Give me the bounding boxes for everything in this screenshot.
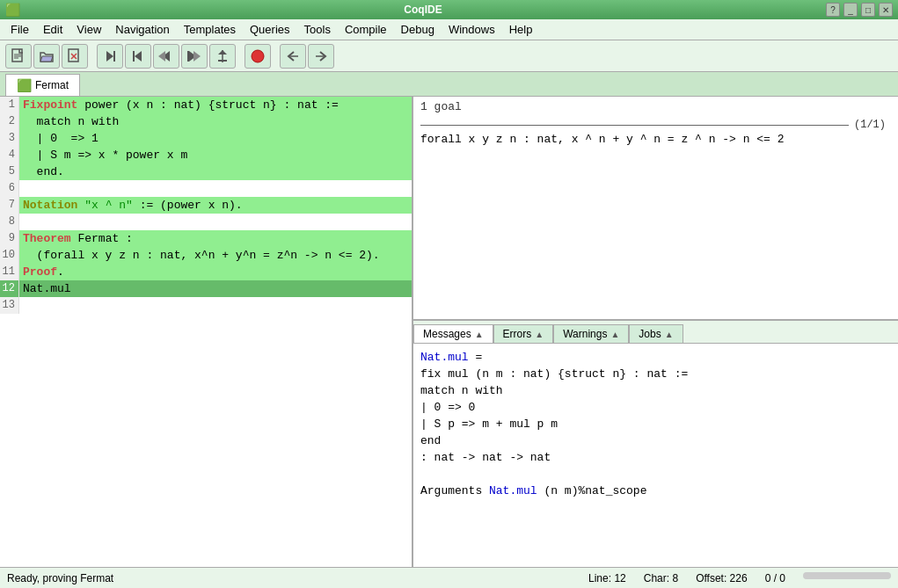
tab-warnings[interactable]: Warnings ▲ xyxy=(553,324,629,343)
jobs-expand-icon[interactable]: ▲ xyxy=(665,330,674,339)
menu-debug[interactable]: Debug xyxy=(394,21,442,38)
menu-edit[interactable]: Edit xyxy=(36,21,69,38)
svg-marker-7 xyxy=(106,51,113,62)
svg-marker-17 xyxy=(218,50,227,54)
errors-expand-icon[interactable]: ▲ xyxy=(535,330,544,339)
minimize-btn[interactable]: _ xyxy=(843,3,858,17)
status-position: Line: 12 Char: 8 Offset: 226 0 / 0 xyxy=(588,572,891,584)
code-line-3[interactable]: 3 | 0 => 1 xyxy=(0,130,412,147)
title-bar: 🟩 CoqIDE ? _ □ ✕ xyxy=(0,0,898,19)
new-file-button[interactable] xyxy=(5,44,32,69)
code-editor[interactable]: 1 Fixpoint power (x n : nat) {struct n} … xyxy=(0,97,412,567)
menu-tools[interactable]: Tools xyxy=(297,21,338,38)
line-content-4: | S m => x * power x m xyxy=(19,147,187,163)
menu-navigation[interactable]: Navigation xyxy=(108,21,176,38)
tab-fermat[interactable]: 🟩 Fermat xyxy=(5,74,80,96)
back-nav-button[interactable] xyxy=(280,44,306,69)
warnings-expand-icon[interactable]: ▲ xyxy=(610,330,619,339)
close-btn[interactable]: ✕ xyxy=(879,3,893,17)
msg-line-5: | S p => m + mul p m xyxy=(420,416,891,432)
line-number-3: 3 xyxy=(0,130,19,147)
step-forward-button[interactable] xyxy=(97,44,123,69)
code-line-9[interactable]: 9 Theorem Fermat : xyxy=(0,230,412,247)
code-line-1[interactable]: 1 Fixpoint power (x n : nat) {struct n} … xyxy=(0,97,412,113)
svg-marker-12 xyxy=(158,51,165,62)
menu-bar: File Edit View Navigation Templates Quer… xyxy=(0,19,898,40)
code-line-4[interactable]: 4 | S m => x * power x m xyxy=(0,147,412,163)
right-pane: 1 goal (1/1) forall x y z n : nat, x ^ n… xyxy=(413,97,898,567)
goal-formula: forall x y z n : nat, x ^ n + y ^ n = z … xyxy=(420,133,891,146)
line-content-1: Fixpoint power (x n : nat) {struct n} : … xyxy=(19,97,339,113)
svg-rect-0 xyxy=(12,49,22,62)
step-back-button[interactable] xyxy=(125,44,151,69)
progress-bar-track xyxy=(803,572,891,579)
to-end-button[interactable] xyxy=(181,44,208,69)
line-number-1: 1 xyxy=(0,97,19,113)
menu-templates[interactable]: Templates xyxy=(177,21,243,38)
line-number-4: 4 xyxy=(0,147,19,163)
message-pane: Messages ▲ Errors ▲ Warnings ▲ Jobs ▲ Na… xyxy=(413,321,898,567)
go-to-start-button[interactable] xyxy=(153,44,179,69)
tab-errors[interactable]: Errors ▲ xyxy=(493,324,554,343)
line-number-12: 12 xyxy=(0,280,19,297)
menu-view[interactable]: View xyxy=(69,21,108,38)
msg-line-2: fix mul (n m : nat) {struct n} : nat := xyxy=(420,366,891,382)
help-btn[interactable]: ? xyxy=(826,3,840,17)
menu-help[interactable]: Help xyxy=(502,21,540,38)
goal-divider-label: (1/1) xyxy=(849,119,891,131)
line-number-10: 10 xyxy=(0,247,19,264)
line-number-7: 7 xyxy=(0,197,19,214)
errors-tab-label: Errors xyxy=(503,328,532,340)
svg-marker-9 xyxy=(135,51,142,62)
offset-label: Offset: 226 xyxy=(696,572,748,584)
line-number-2: 2 xyxy=(0,113,19,130)
tab-icon: 🟩 xyxy=(17,78,32,92)
goal-count: 1 goal xyxy=(420,100,891,113)
msg-line-3: match n with xyxy=(420,382,891,399)
menu-queries[interactable]: Queries xyxy=(243,21,297,38)
message-tab-bar: Messages ▲ Errors ▲ Warnings ▲ Jobs ▲ xyxy=(413,321,898,344)
app-icon: 🟩 xyxy=(5,3,20,17)
maximize-btn[interactable]: □ xyxy=(861,3,875,17)
status-bar: Ready, proving Fermat Line: 12 Char: 8 O… xyxy=(0,567,898,588)
code-line-12[interactable]: 12 Nat.mul xyxy=(0,280,412,297)
status-text: Ready, proving Fermat xyxy=(7,572,113,584)
progress-indicator: 0 / 0 xyxy=(765,572,785,584)
editor-pane[interactable]: 1 Fixpoint power (x n : nat) {struct n} … xyxy=(0,97,413,567)
code-line-5[interactable]: 5 end. xyxy=(0,163,412,180)
char-label: Char: 8 xyxy=(644,572,678,584)
to-cursor-button[interactable] xyxy=(209,44,236,69)
msg-line-1: Nat.mul = xyxy=(420,349,891,366)
tab-messages[interactable]: Messages ▲ xyxy=(413,324,493,343)
jobs-tab-label: Jobs xyxy=(639,328,661,340)
line-number-9: 9 xyxy=(0,230,19,247)
code-line-10[interactable]: 10 (forall x y z n : nat, x^n + y^n = z^… xyxy=(0,247,412,264)
goal-pane: 1 goal (1/1) forall x y z n : nat, x ^ n… xyxy=(413,97,898,321)
messages-expand-icon[interactable]: ▲ xyxy=(475,330,484,339)
code-line-7[interactable]: 7 Notation "x ^ n" := (power x n). xyxy=(0,197,412,214)
line-content-9: Theorem Fermat : xyxy=(19,230,133,247)
tab-jobs[interactable]: Jobs ▲ xyxy=(629,324,683,343)
line-number-11: 11 xyxy=(0,264,19,280)
line-number-13: 13 xyxy=(0,297,19,314)
line-content-10: (forall x y z n : nat, x^n + y^n = z^n -… xyxy=(19,247,380,264)
code-line-8[interactable]: 8 xyxy=(0,214,412,230)
line-content-11: Proof. xyxy=(19,264,64,280)
line-content-3: | 0 => 1 xyxy=(19,130,99,147)
forward-nav-button[interactable] xyxy=(308,44,334,69)
line-content-12: Nat.mul xyxy=(19,280,71,297)
menu-compile[interactable]: Compile xyxy=(338,21,394,38)
open-file-button[interactable] xyxy=(33,44,60,69)
line-content-7: Notation "x ^ n" := (power x n). xyxy=(19,197,243,214)
menu-file[interactable]: File xyxy=(4,21,36,38)
line-number-6: 6 xyxy=(0,180,19,197)
menu-windows[interactable]: Windows xyxy=(442,21,502,38)
code-line-6[interactable]: 6 xyxy=(0,180,412,197)
msg-line-6: end xyxy=(420,432,891,449)
code-line-13[interactable]: 13 xyxy=(0,297,412,314)
close-file-button[interactable] xyxy=(62,44,88,69)
interrupt-button[interactable] xyxy=(245,44,271,69)
code-line-11[interactable]: 11 Proof. xyxy=(0,264,412,280)
code-line-2[interactable]: 2 match n with xyxy=(0,113,412,130)
window-title: CoqIDE xyxy=(20,4,826,16)
